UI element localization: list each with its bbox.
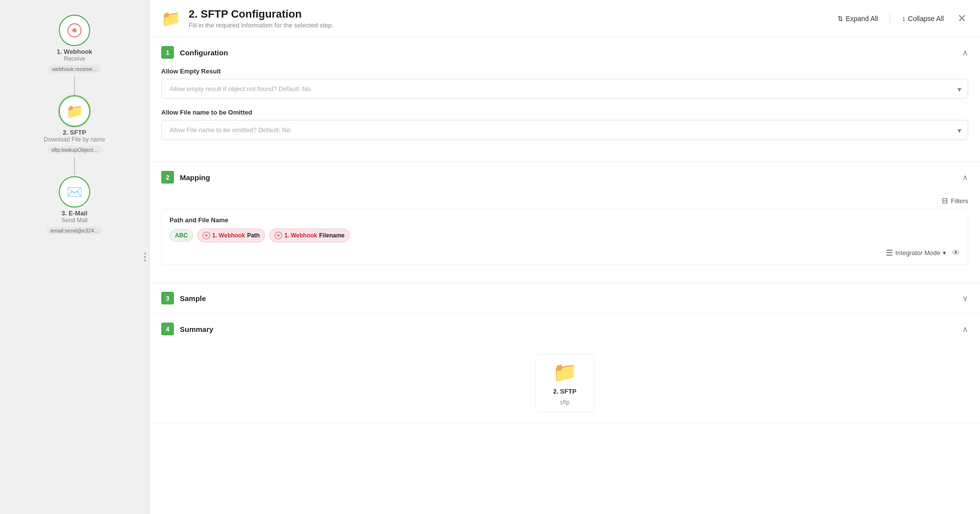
connector-2 bbox=[74, 157, 75, 176]
header-sftp-icon: 📁 bbox=[161, 9, 181, 28]
chip-webhook-path-icon bbox=[202, 232, 210, 239]
chip-webhook-filename-value: Filename bbox=[319, 232, 344, 239]
chip-webhook-path-label: 1. Webhook bbox=[212, 232, 245, 239]
main-content: 📁 2. SFTP Configuration Fill in the requ… bbox=[149, 0, 980, 514]
pipeline-item-sftp: 📁 2. SFTP Download File by name sftp:loo… bbox=[44, 95, 105, 157]
section-mapping: 2 Mapping ∧ ⊟ Filters Path and File Name… bbox=[149, 162, 980, 283]
section-sample-header[interactable]: 3 Sample ∨ bbox=[149, 283, 980, 313]
section-1-left: 1 Configuration bbox=[161, 46, 228, 59]
chip-abc[interactable]: ABC bbox=[170, 229, 193, 242]
webhook-node[interactable] bbox=[59, 15, 90, 46]
section-2-badge: 2 bbox=[161, 171, 174, 184]
section-4-badge: 4 bbox=[161, 323, 174, 335]
header-divider bbox=[890, 14, 890, 23]
section-2-left: 2 Mapping bbox=[161, 171, 210, 184]
webhook-badge: webhook:receive... bbox=[48, 65, 101, 73]
allow-file-name-field: Allow File name to be Omitted Allow File… bbox=[161, 109, 968, 140]
svg-point-3 bbox=[206, 235, 207, 236]
collapse-all-label: Collapse All bbox=[908, 15, 944, 23]
allow-empty-result-select[interactable]: Allow empty result if object not found? … bbox=[161, 79, 968, 99]
pipeline-item-webhook: 1. Webhook Receive webhook:receive... bbox=[48, 15, 101, 76]
integrator-mode-icon: ☰ bbox=[886, 248, 893, 257]
collapse-all-icon: ↕ bbox=[902, 15, 906, 23]
section-1-title: Configuration bbox=[180, 48, 228, 57]
section-configuration: 1 Configuration ∧ Allow Empty Result All… bbox=[149, 37, 980, 162]
mapping-row-label: Path and File Name bbox=[170, 216, 960, 224]
allow-file-name-select[interactable]: Allow File name to be omitted? Default: … bbox=[161, 120, 968, 140]
expand-all-label: Expand All bbox=[846, 15, 878, 23]
allow-empty-result-field: Allow Empty Result Allow empty result if… bbox=[161, 68, 968, 99]
chip-webhook-filename[interactable]: 1. Webhook Filename bbox=[269, 229, 350, 242]
svg-point-1 bbox=[74, 29, 76, 32]
expand-all-button[interactable]: ⇅ Expand All bbox=[833, 13, 882, 24]
section-1-body: Allow Empty Result Allow empty result if… bbox=[149, 68, 980, 162]
section-summary: 4 Summary ∧ 📁 2. SFTP sftp bbox=[149, 314, 980, 423]
section-summary-header[interactable]: 4 Summary ∧ bbox=[149, 314, 980, 344]
webhook-sublabel: Receive bbox=[64, 55, 85, 62]
section-3-chevron: ∨ bbox=[962, 294, 968, 303]
header-actions: ⇅ Expand All ↕ Collapse All ✕ bbox=[833, 10, 968, 27]
sftp-node[interactable]: 📁 bbox=[59, 95, 90, 127]
filters-bar: ⊟ Filters bbox=[161, 192, 968, 209]
sidebar: 1. Webhook Receive webhook:receive... 📁 … bbox=[0, 0, 149, 514]
section-1-chevron: ∧ bbox=[962, 48, 968, 57]
drag-dot bbox=[144, 253, 146, 255]
section-3-badge: 3 bbox=[161, 292, 174, 304]
filters-button[interactable]: ⊟ Filters bbox=[942, 196, 968, 205]
allow-empty-result-select-wrapper: Allow empty result if object not found? … bbox=[161, 79, 968, 99]
expand-all-icon: ⇅ bbox=[837, 15, 843, 23]
page-header: 📁 2. SFTP Configuration Fill in the requ… bbox=[149, 0, 980, 37]
chip-webhook-filename-label: 1. Webhook bbox=[284, 232, 317, 239]
summary-card: 📁 2. SFTP sftp bbox=[536, 354, 594, 413]
section-2-chevron: ∧ bbox=[962, 173, 968, 182]
email-sublabel: Send Mail bbox=[61, 217, 87, 224]
email-node[interactable]: ✉️ bbox=[59, 176, 90, 208]
section-4-title: Summary bbox=[180, 325, 213, 333]
allow-file-name-select-wrapper: Allow File name to be omitted? Default: … bbox=[161, 120, 968, 140]
filters-label: Filters bbox=[951, 197, 968, 205]
section-4-left: 4 Summary bbox=[161, 323, 213, 335]
chip-webhook-path[interactable]: 1. Webhook Path bbox=[197, 229, 265, 242]
sidebar-drag-handle[interactable] bbox=[144, 253, 146, 261]
svg-point-5 bbox=[278, 235, 279, 236]
close-button[interactable]: ✕ bbox=[956, 10, 968, 27]
sftp-sublabel: Download File by name bbox=[44, 136, 105, 143]
chip-webhook-filename-icon bbox=[274, 232, 282, 239]
mapping-chips: ABC 1. Webhook Path bbox=[170, 229, 960, 242]
section-2-body: ⊟ Filters Path and File Name ABC bbox=[149, 192, 980, 282]
header-text-block: 2. SFTP Configuration Fill in the requir… bbox=[189, 8, 334, 29]
sftp-label: 2. SFTP bbox=[63, 129, 86, 136]
section-1-badge: 1 bbox=[161, 46, 174, 59]
section-3-left: 3 Sample bbox=[161, 292, 206, 304]
summary-sftp-icon: 📁 bbox=[553, 361, 577, 384]
integrator-mode-chevron: ▾ bbox=[943, 249, 946, 257]
collapse-all-button[interactable]: ↕ Collapse All bbox=[898, 13, 948, 24]
integrator-mode-selector[interactable]: ☰ Integrator Mode ▾ bbox=[886, 248, 946, 257]
filters-icon: ⊟ bbox=[942, 196, 948, 205]
integrator-mode-label: Integrator Mode bbox=[895, 249, 940, 257]
section-4-chevron: ∧ bbox=[962, 325, 968, 334]
connector-1 bbox=[74, 76, 75, 95]
summary-card-sub: sftp bbox=[560, 399, 569, 406]
email-icon: ✉️ bbox=[67, 185, 82, 200]
summary-card-title: 2. SFTP bbox=[553, 388, 577, 395]
section-configuration-header[interactable]: 1 Configuration ∧ bbox=[149, 37, 980, 68]
section-3-title: Sample bbox=[180, 294, 206, 303]
summary-body: 📁 2. SFTP sftp bbox=[149, 344, 980, 422]
mapping-footer: ☰ Integrator Mode ▾ 👁 bbox=[170, 248, 960, 257]
section-2-title: Mapping bbox=[180, 173, 210, 182]
chip-webhook-path-value: Path bbox=[247, 232, 260, 239]
page-title: 2. SFTP Configuration bbox=[189, 8, 334, 21]
email-badge: email:send@e324... bbox=[47, 227, 102, 234]
webhook-label: 1. Webhook bbox=[57, 48, 93, 55]
abc-label: ABC bbox=[175, 232, 188, 239]
eye-icon[interactable]: 👁 bbox=[952, 249, 960, 257]
section-sample: 3 Sample ∨ bbox=[149, 283, 980, 314]
sftp-icon: 📁 bbox=[66, 103, 83, 119]
pipeline-item-email: ✉️ 3. E-Mail Send Mail email:send@e324..… bbox=[47, 176, 102, 237]
section-mapping-header[interactable]: 2 Mapping ∧ bbox=[149, 162, 980, 192]
drag-dot bbox=[144, 259, 146, 261]
email-label: 3. E-Mail bbox=[62, 210, 88, 217]
page-subtitle: Fill in the required information for the… bbox=[189, 22, 334, 29]
allow-empty-result-label: Allow Empty Result bbox=[161, 68, 968, 75]
